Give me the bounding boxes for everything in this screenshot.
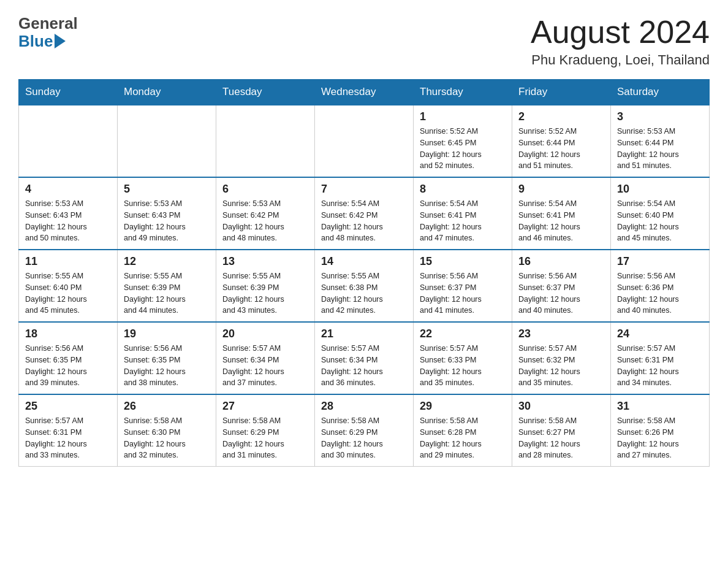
calendar-cell: 7Sunrise: 5:54 AMSunset: 6:42 PMDaylight… [315,177,414,250]
calendar-cell: 17Sunrise: 5:56 AMSunset: 6:36 PMDayligh… [611,250,710,322]
day-info: Sunrise: 5:54 AMSunset: 6:41 PMDaylight:… [420,198,506,244]
week-row-1: 4Sunrise: 5:53 AMSunset: 6:43 PMDaylight… [19,177,710,250]
logo-blue-text: Blue [18,33,53,50]
day-number: 8 [420,183,506,196]
day-number: 20 [222,327,308,340]
day-info: Sunrise: 5:56 AMSunset: 6:37 PMDaylight:… [518,270,604,316]
week-row-4: 25Sunrise: 5:57 AMSunset: 6:31 PMDayligh… [19,394,710,467]
day-info: Sunrise: 5:58 AMSunset: 6:28 PMDaylight:… [420,415,506,461]
day-number: 12 [124,255,210,268]
calendar-cell: 4Sunrise: 5:53 AMSunset: 6:43 PMDaylight… [19,177,118,250]
calendar-cell [118,105,216,177]
day-number: 3 [617,110,703,123]
day-info: Sunrise: 5:58 AMSunset: 6:30 PMDaylight:… [124,415,210,461]
day-info: Sunrise: 5:56 AMSunset: 6:36 PMDaylight:… [617,270,703,316]
day-number: 15 [420,255,506,268]
day-info: Sunrise: 5:56 AMSunset: 6:35 PMDaylight:… [25,343,111,389]
day-number: 19 [124,327,210,340]
calendar-cell: 14Sunrise: 5:55 AMSunset: 6:38 PMDayligh… [315,250,414,322]
day-info: Sunrise: 5:57 AMSunset: 6:31 PMDaylight:… [617,343,703,389]
day-number: 26 [124,400,210,413]
calendar-cell: 11Sunrise: 5:55 AMSunset: 6:40 PMDayligh… [19,250,118,322]
calendar-cell: 25Sunrise: 5:57 AMSunset: 6:31 PMDayligh… [19,394,118,467]
header-tuesday: Tuesday [216,80,315,105]
day-info: Sunrise: 5:57 AMSunset: 6:34 PMDaylight:… [321,343,407,389]
calendar-cell: 24Sunrise: 5:57 AMSunset: 6:31 PMDayligh… [611,322,710,394]
day-number: 14 [321,255,407,268]
header-wednesday: Wednesday [315,80,414,105]
calendar-cell: 12Sunrise: 5:55 AMSunset: 6:39 PMDayligh… [118,250,216,322]
header-thursday: Thursday [414,80,512,105]
page-header: General Blue August 2024 Phu Kradueng, L… [18,15,710,68]
day-number: 25 [25,400,111,413]
day-info: Sunrise: 5:54 AMSunset: 6:42 PMDaylight:… [321,198,407,244]
title-area: August 2024 Phu Kradueng, Loei, Thailand [531,15,710,68]
calendar-cell: 19Sunrise: 5:56 AMSunset: 6:35 PMDayligh… [118,322,216,394]
calendar-cell [19,105,118,177]
day-info: Sunrise: 5:56 AMSunset: 6:37 PMDaylight:… [420,270,506,316]
header-monday: Monday [118,80,216,105]
calendar-cell: 8Sunrise: 5:54 AMSunset: 6:41 PMDaylight… [414,177,512,250]
day-number: 18 [25,327,111,340]
calendar-cell: 29Sunrise: 5:58 AMSunset: 6:28 PMDayligh… [414,394,512,467]
month-title: August 2024 [531,15,710,50]
calendar-cell: 15Sunrise: 5:56 AMSunset: 6:37 PMDayligh… [414,250,512,322]
calendar-cell: 31Sunrise: 5:58 AMSunset: 6:26 PMDayligh… [611,394,710,467]
day-info: Sunrise: 5:55 AMSunset: 6:39 PMDaylight:… [124,270,210,316]
day-info: Sunrise: 5:58 AMSunset: 6:26 PMDaylight:… [617,415,703,461]
calendar-cell: 6Sunrise: 5:53 AMSunset: 6:42 PMDaylight… [216,177,315,250]
calendar-cell [216,105,315,177]
day-number: 21 [321,327,407,340]
calendar-cell: 9Sunrise: 5:54 AMSunset: 6:41 PMDaylight… [512,177,611,250]
day-info: Sunrise: 5:53 AMSunset: 6:43 PMDaylight:… [25,198,111,244]
calendar-cell: 22Sunrise: 5:57 AMSunset: 6:33 PMDayligh… [414,322,512,394]
calendar-cell: 20Sunrise: 5:57 AMSunset: 6:34 PMDayligh… [216,322,315,394]
day-info: Sunrise: 5:52 AMSunset: 6:44 PMDaylight:… [518,126,604,172]
day-info: Sunrise: 5:54 AMSunset: 6:41 PMDaylight:… [518,198,604,244]
day-info: Sunrise: 5:58 AMSunset: 6:29 PMDaylight:… [321,415,407,461]
day-info: Sunrise: 5:53 AMSunset: 6:42 PMDaylight:… [222,198,308,244]
day-number: 2 [518,110,604,123]
week-row-2: 11Sunrise: 5:55 AMSunset: 6:40 PMDayligh… [19,250,710,322]
day-number: 11 [25,255,111,268]
calendar-table: Sunday Monday Tuesday Wednesday Thursday… [18,79,710,467]
day-info: Sunrise: 5:55 AMSunset: 6:40 PMDaylight:… [25,270,111,316]
day-info: Sunrise: 5:57 AMSunset: 6:32 PMDaylight:… [518,343,604,389]
week-row-3: 18Sunrise: 5:56 AMSunset: 6:35 PMDayligh… [19,322,710,394]
day-info: Sunrise: 5:53 AMSunset: 6:43 PMDaylight:… [124,198,210,244]
day-number: 23 [518,327,604,340]
day-number: 16 [518,255,604,268]
day-info: Sunrise: 5:57 AMSunset: 6:33 PMDaylight:… [420,343,506,389]
day-number: 5 [124,183,210,196]
day-info: Sunrise: 5:55 AMSunset: 6:39 PMDaylight:… [222,270,308,316]
day-number: 13 [222,255,308,268]
calendar-cell: 30Sunrise: 5:58 AMSunset: 6:27 PMDayligh… [512,394,611,467]
day-info: Sunrise: 5:53 AMSunset: 6:44 PMDaylight:… [617,126,703,172]
day-number: 6 [222,183,308,196]
day-number: 30 [518,400,604,413]
calendar-cell: 28Sunrise: 5:58 AMSunset: 6:29 PMDayligh… [315,394,414,467]
calendar-cell: 23Sunrise: 5:57 AMSunset: 6:32 PMDayligh… [512,322,611,394]
days-header-row: Sunday Monday Tuesday Wednesday Thursday… [19,80,710,105]
logo: General Blue [18,15,78,50]
calendar-cell: 5Sunrise: 5:53 AMSunset: 6:43 PMDaylight… [118,177,216,250]
location-title: Phu Kradueng, Loei, Thailand [531,52,710,68]
day-info: Sunrise: 5:58 AMSunset: 6:29 PMDaylight:… [222,415,308,461]
day-number: 17 [617,255,703,268]
week-row-0: 1Sunrise: 5:52 AMSunset: 6:45 PMDaylight… [19,105,710,177]
day-number: 4 [25,183,111,196]
day-number: 9 [518,183,604,196]
calendar-cell: 2Sunrise: 5:52 AMSunset: 6:44 PMDaylight… [512,105,611,177]
day-number: 28 [321,400,407,413]
calendar-cell: 27Sunrise: 5:58 AMSunset: 6:29 PMDayligh… [216,394,315,467]
day-info: Sunrise: 5:55 AMSunset: 6:38 PMDaylight:… [321,270,407,316]
calendar-cell: 10Sunrise: 5:54 AMSunset: 6:40 PMDayligh… [611,177,710,250]
day-number: 31 [617,400,703,413]
day-number: 22 [420,327,506,340]
calendar-cell: 1Sunrise: 5:52 AMSunset: 6:45 PMDaylight… [414,105,512,177]
day-number: 27 [222,400,308,413]
day-info: Sunrise: 5:57 AMSunset: 6:34 PMDaylight:… [222,343,308,389]
day-info: Sunrise: 5:57 AMSunset: 6:31 PMDaylight:… [25,415,111,461]
header-sunday: Sunday [19,80,118,105]
day-info: Sunrise: 5:54 AMSunset: 6:40 PMDaylight:… [617,198,703,244]
